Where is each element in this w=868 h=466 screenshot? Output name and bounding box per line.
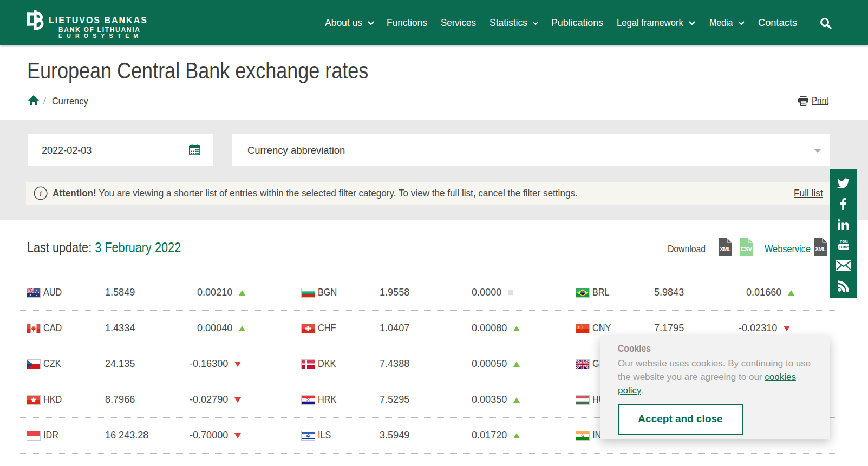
- svg-text:Tube: Tube: [839, 245, 849, 250]
- svg-text:XML: XML: [720, 246, 731, 252]
- svg-text:You: You: [839, 239, 847, 244]
- svg-text:CSV: CSV: [741, 246, 753, 252]
- svg-text:i: i: [40, 189, 42, 198]
- svg-text:XML: XML: [815, 246, 826, 252]
